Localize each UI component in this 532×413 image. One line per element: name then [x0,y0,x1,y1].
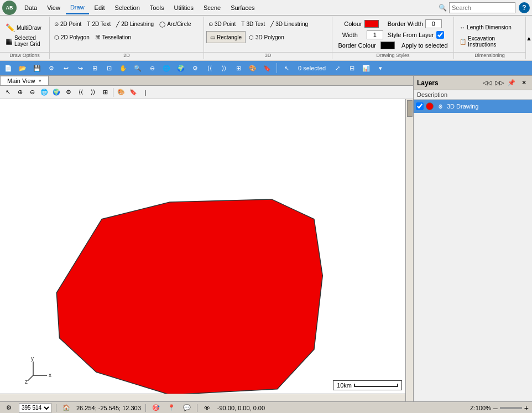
zoom-out-icon[interactable]: – [493,404,498,412]
arc-circle-button[interactable]: ◯ Arc/Circle [157,18,193,30]
globe-alt-button[interactable]: 🌍 [175,62,187,74]
back-vt-button[interactable]: ⟨⟨ [75,87,86,97]
bookmark-button[interactable]: 🔖 [261,62,273,74]
layers-forward-button[interactable]: ▷▷ [494,78,504,88]
3d-linestring-button[interactable]: ╱ 3D Linestring [268,18,310,30]
location2-icon[interactable]: 📍 [166,403,177,413]
length-dimension-icon: ↔ [460,24,465,30]
tessellation-button[interactable]: ⌘ Tessellation [93,31,133,43]
main-drawing-polygon[interactable] [56,199,322,395]
file-open-button[interactable]: 📂 [17,62,29,74]
menu-tools[interactable]: Tools [145,1,169,14]
globe-vt-button[interactable]: 🌐 [39,87,50,97]
rectangle-button[interactable]: ▭ Rectangle [206,31,246,43]
2d-polygon-button[interactable]: ⬡ 2D Polygon [52,31,92,43]
select-all-button[interactable]: ⊞ [88,62,101,74]
excavation-icon: 📋 [460,39,466,45]
grid-vt-button[interactable]: ⊞ [100,87,111,97]
layer-row[interactable]: ⚙ 3D Drawing [414,100,532,113]
2d-text-button[interactable]: T 2D Text [85,18,113,30]
zoom-in-vt-button[interactable]: ⊕ [14,87,25,97]
3d-text-button[interactable]: T 3D Text [239,18,267,30]
zoom-out-vt-button[interactable]: ⊖ [27,87,38,97]
colour-swatch[interactable] [364,20,379,28]
border-width-input[interactable] [425,19,442,28]
grid-button[interactable]: ⊞ [232,62,244,74]
menu-scene[interactable]: Scene [199,1,225,14]
zoom-out-button[interactable]: ⊖ [146,62,158,74]
length-dimension-button[interactable]: ↔ Length Dimension [457,21,514,33]
excavation-instructions-button[interactable]: 📋 Excavation Instructions [457,35,522,48]
layer-name: 3D Drawing [447,103,478,110]
forward-vt-button[interactable]: ⟩⟩ [87,87,98,97]
csv-button[interactable]: 📊 [360,62,372,74]
menu-draw[interactable]: Draw [66,1,89,14]
layer-visibility-checkbox[interactable] [416,102,424,110]
toolbar-collapse[interactable]: ▲ [526,17,532,59]
selection-count: 0 selected [295,65,329,71]
gear-button[interactable]: ⚙ [189,62,201,74]
color-button[interactable]: 🎨 [247,62,259,74]
width-input[interactable] [367,30,383,39]
viewport[interactable]: 10km y x z [0,99,413,401]
back-button[interactable]: ⟨⟨ [204,62,216,74]
export-button[interactable]: ⤢ [331,62,343,74]
svg-text:y: y [31,356,34,362]
settings-button[interactable]: ⚙ [45,62,58,74]
2d-linestring-button[interactable]: ╱ 2D Linestring [114,18,156,30]
bookmark-vt-button[interactable]: 🔖 [128,87,139,97]
layers-pin-button[interactable]: 📌 [507,78,517,88]
status-settings-button[interactable]: ⚙ [3,403,14,413]
globe2-vt-button[interactable]: 🌍 [51,87,62,97]
table-button[interactable]: ⊟ [346,62,358,74]
menu-selection[interactable]: Selection [111,1,144,14]
multidraw-button[interactable]: ✏️ MultiDraw [3,22,43,34]
eye-icon: 👁 [202,403,213,413]
pan-button[interactable]: ✋ [117,62,129,74]
layers-back-button[interactable]: ◁◁ [482,78,492,88]
color-vt-button[interactable]: 🎨 [116,87,127,97]
handle-vt-button[interactable]: | [140,87,151,97]
menu-utilities[interactable]: Utilities [170,1,198,14]
settings-vt-button[interactable]: ⚙ [63,87,74,97]
zoom-in-icon[interactable]: + [524,404,529,412]
forward-button[interactable]: ⟩⟩ [218,62,230,74]
zoom-fit-button[interactable]: ⊡ [103,62,115,74]
zoom-in-button[interactable]: 🔍 [132,62,144,74]
border-colour-swatch[interactable] [380,42,395,49]
main-view-tab[interactable]: Main View ▾ [0,76,49,85]
status-separator-3 [197,404,197,412]
app-logo[interactable]: AB [2,1,17,15]
2d-tools-group: ⊙ 2D Point T 2D Text ╱ 2D Linestring ◯ A… [50,17,204,59]
select-arrow-button[interactable]: ↖ [2,87,13,97]
3d-polygon-button[interactable]: ⬡ 3D Polygon [247,31,286,43]
help-button[interactable]: ? [519,2,530,13]
redo-button[interactable]: ↪ [74,62,86,74]
menu-data[interactable]: Data [20,1,41,14]
menu-bar: AB Data View Draw Edit Selection Tools U… [0,0,532,16]
style-from-layer-checkbox[interactable] [436,31,444,39]
menu-view[interactable]: View [43,1,65,14]
undo-button[interactable]: ↩ [60,62,72,74]
scroll-thumb-v[interactable] [407,100,413,117]
coords-id-select[interactable]: 395 514 [19,403,51,413]
search-input[interactable] [449,2,515,13]
selected-layer-grid-button[interactable]: ▦ Selected Layer Grid [3,35,46,47]
globe-button[interactable]: 🌐 [160,62,173,74]
dropdown-arrow[interactable]: ▾ [374,62,387,74]
horizontal-scrollbar[interactable] [0,394,405,401]
file-save-button[interactable]: 💾 [31,62,43,74]
2d-point-button[interactable]: ⊙ 2D Point [52,18,84,30]
menu-edit[interactable]: Edit [90,1,109,14]
3d-point-button[interactable]: ⊙ 3D Point [206,18,238,30]
tab-close-icon[interactable]: ▾ [39,78,41,84]
message-icon[interactable]: 💬 [181,403,192,413]
file-new-button[interactable]: 📄 [2,62,14,74]
cursor-coordinates: 26.254; -25.545; 12.303 [76,405,141,411]
vertical-scrollbar[interactable] [405,99,413,401]
target-icon[interactable]: 🎯 [150,403,161,413]
pointer-button[interactable]: ↖ [280,62,293,74]
menu-surfaces[interactable]: Surfaces [226,1,259,14]
zoom-slider[interactable] [500,407,522,409]
layers-close-button[interactable]: ✕ [519,78,529,88]
